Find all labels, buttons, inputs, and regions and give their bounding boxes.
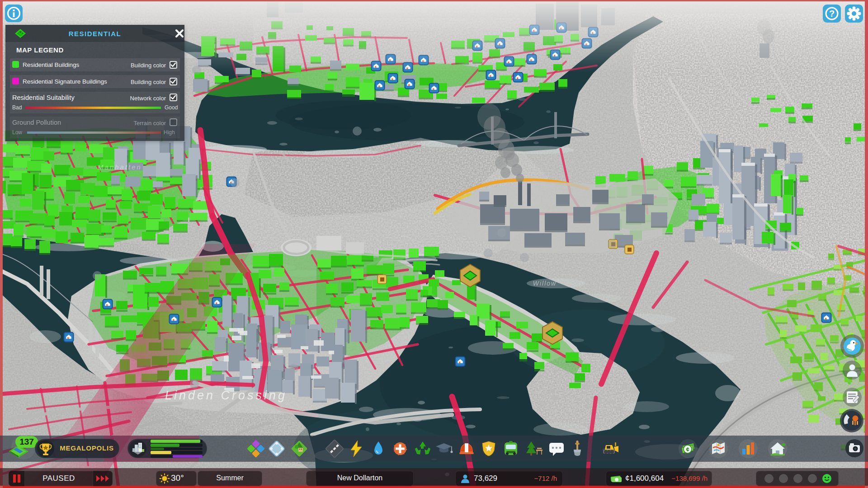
svg-text:Willow: Willow [533, 280, 557, 287]
svg-text:137: 137 [19, 437, 34, 446]
svg-text:Linden Crossing: Linden Crossing [165, 389, 287, 402]
svg-text:Manhatten: Manhatten [98, 163, 142, 171]
svg-text:¢: ¢ [686, 446, 689, 453]
svg-text:?: ? [829, 9, 835, 19]
